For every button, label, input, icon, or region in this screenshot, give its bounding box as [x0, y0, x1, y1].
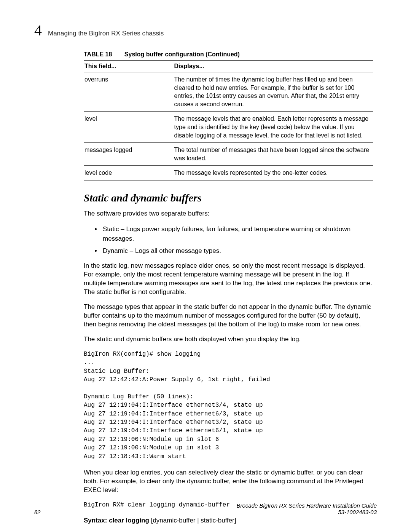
cell-displays: The message levels that are enabled. Eac…	[174, 112, 373, 143]
page-header: 4 Managing the BigIron RX Series chassis	[34, 23, 377, 38]
body-paragraph: In the static log, new messages replace …	[84, 262, 373, 297]
list-item: Static – Logs power supply failures, fan…	[101, 224, 373, 244]
cell-displays: The total number of messages that have b…	[174, 143, 373, 166]
section-heading: Static and dynamic buffers	[84, 192, 373, 204]
table-row: level The message levels that are enable…	[84, 112, 373, 143]
syslog-table: This field... Displays... overruns The n…	[84, 60, 373, 181]
table-row: messages logged The total number of mess…	[84, 143, 373, 166]
document-number: 53-1002483-03	[236, 509, 377, 515]
page: 4 Managing the BigIron RX Series chassis…	[0, 0, 411, 532]
cell-field: level	[84, 112, 174, 143]
syntax-command: clear logging	[109, 517, 149, 524]
table-label: TABLE 18	[84, 51, 112, 58]
content-area: TABLE 18 Syslog buffer configuration (Co…	[84, 51, 373, 524]
table-row: overruns The number of times the dynamic…	[84, 72, 373, 112]
table-header-row: This field... Displays...	[84, 61, 373, 72]
cell-field: messages logged	[84, 143, 174, 166]
table-caption: TABLE 18 Syslog buffer configuration (Co…	[84, 51, 373, 58]
syntax-line: Syntax: clear logging [dynamic-buffer | …	[84, 517, 373, 524]
syntax-args: [dynamic-buffer | static-buffer]	[149, 517, 236, 524]
guide-title: Brocade BigIron RX Series Hardware Insta…	[236, 502, 377, 509]
bullet-list: Static – Logs power supply failures, fan…	[84, 224, 373, 256]
table-row: level code The message levels represente…	[84, 166, 373, 181]
body-paragraph: The message types that appear in the sta…	[84, 303, 373, 329]
table-caption-text: Syslog buffer configuration (Continued)	[124, 51, 240, 58]
cell-field: level code	[84, 166, 174, 181]
syntax-prefix: Syntax:	[84, 517, 109, 524]
list-item: Dynamic – Logs all other message types.	[101, 246, 373, 256]
page-number: 82	[34, 509, 41, 515]
page-footer: 82 Brocade BigIron RX Series Hardware In…	[34, 502, 377, 515]
code-block-show-logging: BigIron RX(config)# show logging ... Sta…	[84, 350, 373, 461]
cell-field: overruns	[84, 72, 174, 112]
body-paragraph: When you clear log entries, you can sele…	[84, 468, 373, 495]
chapter-number: 4	[34, 23, 42, 38]
chapter-title: Managing the BigIron RX Series chassis	[48, 30, 164, 37]
col-field: This field...	[84, 61, 174, 72]
footer-right: Brocade BigIron RX Series Hardware Insta…	[236, 502, 377, 515]
col-displays: Displays...	[174, 61, 373, 72]
cell-displays: The message levels represented by the on…	[174, 166, 373, 181]
cell-displays: The number of times the dynamic log buff…	[174, 72, 373, 112]
intro-paragraph: The software provides two separate buffe…	[84, 209, 373, 218]
body-paragraph: The static and dynamic buffers are both …	[84, 335, 373, 344]
